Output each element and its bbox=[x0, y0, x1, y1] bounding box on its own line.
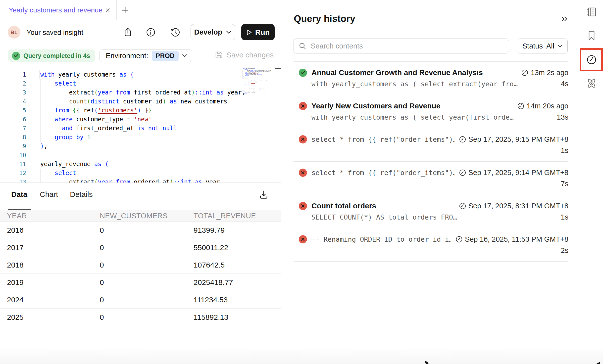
query-title: -- Renaming ORDER_ID to order_id i… bbox=[311, 235, 451, 243]
download-icon[interactable] bbox=[259, 190, 269, 200]
close-tab-icon[interactable] bbox=[105, 7, 110, 13]
code-line: yearly_revenue as ( bbox=[40, 160, 243, 169]
line-number: 10 bbox=[0, 151, 26, 160]
query-status-badge: Query completed in 4s bbox=[8, 49, 95, 62]
line-number: 6 bbox=[0, 115, 26, 124]
error-x-icon bbox=[299, 135, 307, 143]
line-number: 11 bbox=[0, 160, 26, 169]
panel-title: Query history bbox=[294, 13, 355, 24]
query-history-item[interactable]: Annual Customer Growth and Revenue Analy… bbox=[294, 61, 568, 95]
table-cell: 91399.79 bbox=[194, 226, 281, 234]
table-row[interactable]: 20240111234.53 bbox=[0, 291, 281, 309]
share-icon[interactable] bbox=[123, 27, 133, 37]
code-line: select bbox=[40, 79, 243, 88]
table-row[interactable]: 20170550011.22 bbox=[0, 239, 281, 256]
editor-minimap[interactable]: with yearly_customers as ( select extrac… bbox=[243, 68, 274, 182]
query-history-item[interactable]: Count total ordersSep 17, 2025, 8:31 PM … bbox=[294, 195, 568, 228]
code-line: extract(year from first_ordered_at)::int… bbox=[40, 88, 243, 97]
editor-pane: Yearly customers and revenue BL Your sav… bbox=[0, 0, 281, 364]
status-filter-dropdown[interactable]: Status All bbox=[517, 39, 568, 53]
table-cell: 2018 bbox=[7, 261, 100, 269]
develop-label: Develop bbox=[194, 28, 222, 36]
search-field[interactable] bbox=[294, 39, 509, 53]
collapse-panel-icon[interactable] bbox=[560, 14, 569, 23]
error-x-icon bbox=[299, 102, 307, 110]
new-tab-button[interactable] bbox=[121, 6, 129, 14]
query-time-text: Sep 17, 2025, 8:31 PM GMT+8 bbox=[468, 202, 568, 210]
query-time: Sep 17, 2025, 8:31 PM GMT+8 bbox=[459, 202, 568, 210]
canvas-icon[interactable] bbox=[586, 78, 597, 89]
develop-dropdown[interactable]: Develop bbox=[191, 24, 235, 40]
query-history-item[interactable]: select * from {{ ref("order_items")…Sep … bbox=[294, 128, 568, 162]
query-time-text: 13m 2s ago bbox=[531, 69, 568, 77]
table-row[interactable]: 20250115892.13 bbox=[0, 309, 281, 326]
notebook-icon[interactable] bbox=[586, 6, 597, 17]
query-history-item[interactable]: -- Renaming ORDER_ID to order_id i…Sep 1… bbox=[294, 228, 568, 262]
query-history-item[interactable]: Yearly New Customers and Revenue14m 20s … bbox=[294, 95, 568, 128]
query-title: Annual Customer Growth and Revenue Analy… bbox=[311, 68, 517, 77]
search-icon bbox=[299, 42, 306, 50]
code-line: extract(year from ordered_at)::int as ye… bbox=[40, 178, 243, 182]
clock-icon bbox=[459, 169, 466, 176]
table-cell: 2024 bbox=[7, 296, 100, 304]
line-number: 5 bbox=[0, 106, 26, 115]
save-changes-label: Save changes bbox=[226, 51, 274, 59]
tab-yearly-customers-and-revenue[interactable]: Yearly customers and revenue bbox=[0, 0, 117, 20]
query-duration: 2s bbox=[561, 246, 568, 255]
environment-selector[interactable]: Environment: PROD bbox=[99, 49, 192, 62]
table-row[interactable]: 2016091399.79 bbox=[0, 222, 281, 239]
table-row[interactable]: 201902025418.77 bbox=[0, 274, 281, 291]
save-changes-button[interactable]: Save changes bbox=[215, 51, 274, 59]
success-check-icon bbox=[299, 69, 307, 77]
table-cell: 2016 bbox=[7, 226, 100, 234]
table-cell: 2019 bbox=[7, 278, 100, 287]
right-icon-rail bbox=[580, 0, 603, 364]
table-cell: 2025418.77 bbox=[194, 278, 281, 287]
query-history-list: Annual Customer Growth and Revenue Analy… bbox=[294, 61, 568, 262]
query-time-text: 14m 20s ago bbox=[527, 102, 568, 110]
tab-chart[interactable]: Chart bbox=[40, 190, 58, 199]
bookmark-icon[interactable] bbox=[586, 30, 597, 41]
error-x-icon bbox=[299, 169, 307, 177]
tab-data[interactable]: Data bbox=[11, 190, 27, 199]
overview-ruler[interactable] bbox=[275, 68, 281, 182]
table-cell: 2025 bbox=[7, 313, 100, 321]
sql-code-editor[interactable]: 12345678910111213 with yearly_customers … bbox=[0, 68, 281, 182]
query-duration: 7s bbox=[561, 180, 568, 188]
version-history-icon[interactable] bbox=[170, 27, 180, 37]
info-icon[interactable] bbox=[146, 27, 156, 37]
query-duration: 13s bbox=[557, 113, 568, 121]
table-cell: 115892.13 bbox=[194, 313, 281, 321]
column-header: TOTAL_REVENUE bbox=[194, 212, 281, 220]
chevron-down-icon bbox=[226, 31, 232, 34]
line-number-gutter: 12345678910111213 bbox=[0, 70, 26, 182]
query-title: Count total orders bbox=[311, 202, 455, 210]
clock-icon bbox=[459, 136, 466, 143]
query-time: 14m 20s ago bbox=[517, 102, 568, 110]
code-line bbox=[40, 151, 243, 160]
run-button[interactable]: Run bbox=[241, 24, 275, 40]
chevron-down-icon bbox=[182, 54, 187, 57]
table-body: 2016091399.7920170550011.2220180107642.5… bbox=[0, 222, 281, 326]
table-cell: 0 bbox=[100, 226, 194, 234]
environment-label: Environment: bbox=[106, 52, 148, 60]
code-line: group by 1 bbox=[40, 133, 243, 142]
query-history-item[interactable]: select * from {{ ref("order_items")…Sep … bbox=[294, 162, 568, 195]
clock-icon bbox=[521, 69, 528, 76]
query-duration: 4s bbox=[561, 80, 568, 88]
line-number: 2 bbox=[0, 79, 26, 88]
status-row: Query completed in 4s Environment: PROD … bbox=[0, 44, 281, 68]
search-input[interactable] bbox=[311, 42, 504, 50]
query-title: select * from {{ ref("order_items")… bbox=[311, 136, 455, 143]
avatar[interactable]: BL bbox=[8, 26, 20, 39]
column-header: YEAR bbox=[7, 212, 100, 220]
line-number: 1 bbox=[0, 70, 26, 79]
query-preview: with yearly_customers as ( select extrac… bbox=[311, 80, 553, 88]
results-table: YEARNEW_CUSTOMERSTOTAL_REVENUE 201609139… bbox=[0, 210, 281, 326]
code-line: from {{ ref('customers') }} bbox=[40, 106, 243, 115]
table-cell: 0 bbox=[100, 243, 194, 252]
tab-title: Yearly customers and revenue bbox=[9, 6, 102, 14]
table-row[interactable]: 20180107642.5 bbox=[0, 256, 281, 274]
results-panel: Data Chart Details YEARNEW_CUSTOMERSTOTA… bbox=[0, 182, 281, 364]
tab-details[interactable]: Details bbox=[70, 190, 93, 199]
